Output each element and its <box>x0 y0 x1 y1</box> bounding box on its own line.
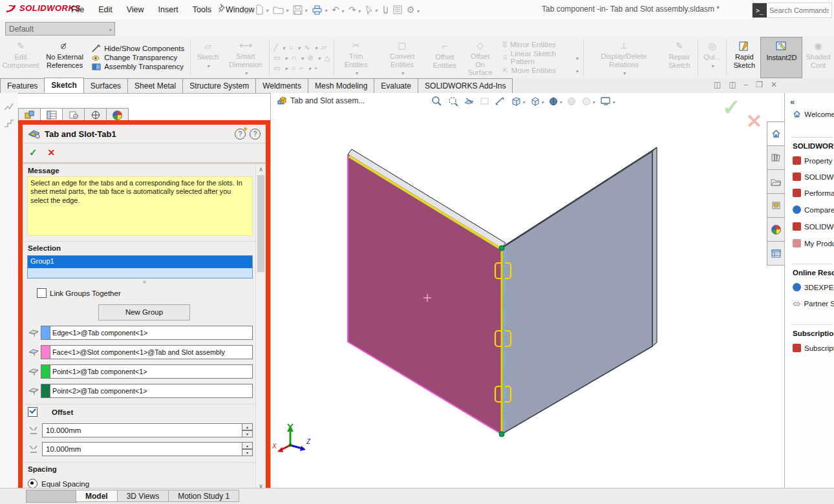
point-tool-icon[interactable]: ▪ <box>315 64 317 72</box>
text-tool-icon[interactable]: △ <box>325 54 330 62</box>
link-groups-checkbox[interactable] <box>37 288 47 298</box>
polygon-tool-icon[interactable]: ○ <box>292 64 296 72</box>
repair-sketch-button[interactable]: ✎ Repair Sketch <box>663 37 696 78</box>
menu-tools[interactable]: Tools <box>193 5 211 14</box>
tab-features[interactable]: Features <box>0 78 45 93</box>
dropdown-caret-icon[interactable] <box>304 5 307 14</box>
sketch-button[interactable]: ▱ Sketch <box>192 37 223 78</box>
solidworks-forum-item[interactable]: SOLIDWO <box>793 222 834 231</box>
options-list-icon[interactable] <box>393 5 402 14</box>
tab-weldments[interactable]: Weldments <box>255 78 308 93</box>
appearances-scenes-tab[interactable] <box>767 217 785 242</box>
instant2d-button[interactable]: Instant2D <box>760 37 802 78</box>
dropdown-caret-icon[interactable] <box>416 5 419 15</box>
menu-pin-icon[interactable] <box>219 4 226 13</box>
equal-spacing-radio[interactable] <box>28 479 37 488</box>
settings-gear-icon[interactable]: ⚙ <box>407 5 420 15</box>
tab-surfaces[interactable]: Surfaces <box>83 78 128 93</box>
offset-entities-button[interactable]: ⌐ Offset Entities <box>428 37 462 78</box>
menu-view[interactable]: View <box>127 5 144 14</box>
menu-edit[interactable]: Edit <box>98 5 112 14</box>
line-tool-icon[interactable]: ╱ <box>273 43 278 52</box>
subscription-item[interactable]: Subscript <box>793 344 834 352</box>
tab-sheet-metal[interactable]: Sheet Metal <box>127 78 183 93</box>
quick-snaps-button[interactable]: ◎ Qui... <box>700 37 725 78</box>
redo-button[interactable]: ↷ <box>348 5 361 15</box>
convert-entities-button[interactable]: ▢ Convert Entities <box>376 37 428 78</box>
edge-selection-field[interactable]: Edge<1>@Tab component<1> <box>50 326 253 340</box>
new-document-button[interactable] <box>255 5 268 15</box>
shaded-sketch-contours-button[interactable]: ◉ Shaded Cont <box>802 37 833 78</box>
dropdown-caret-icon[interactable] <box>341 5 344 15</box>
tab-solidworks-addins[interactable]: SOLIDWORKS Add-Ins <box>418 78 513 93</box>
plane-tool-icon[interactable]: ▱ <box>321 43 326 52</box>
property-manager-scrollbar[interactable]: ∧ ∨ <box>255 165 266 490</box>
trim-entities-button[interactable]: ✂ Trim Entities <box>336 37 376 78</box>
open-button[interactable] <box>273 5 288 14</box>
message-section-header[interactable]: Message ∧ <box>23 164 266 176</box>
compare-documents-item[interactable]: Compare <box>793 205 834 214</box>
linear-sketch-pattern-button[interactable]: ⠿Linear Sketch Pattern <box>502 50 578 65</box>
custom-properties-tab[interactable] <box>767 241 785 266</box>
performance-benchmark-item[interactable]: Performa <box>793 189 834 197</box>
solidworks-rx-item[interactable]: SOLIDWO <box>793 173 834 181</box>
step-tool-icon[interactable] <box>4 119 14 128</box>
search-commands-icon[interactable]: >_ <box>753 3 767 17</box>
dropdown-caret-icon[interactable] <box>324 5 327 14</box>
view-palette-tab[interactable] <box>767 193 785 218</box>
spline-tool-icon[interactable]: ∿ <box>305 43 310 52</box>
dropdown-caret-icon[interactable] <box>374 5 378 14</box>
file-explorer-tab[interactable] <box>767 169 785 194</box>
vertex-point-top[interactable] <box>499 246 504 251</box>
my-products-item[interactable]: My Produ <box>793 239 834 247</box>
slot-plate-side-thickness[interactable] <box>652 147 657 346</box>
new-group-button[interactable]: New Group <box>98 304 190 320</box>
change-transparency-button[interactable]: Change Transparency <box>92 54 185 61</box>
graphics-viewport[interactable]: Tab and Slot assem... ✓ ✕ <box>270 93 789 488</box>
group1-list-item[interactable]: Group1 <box>28 256 252 268</box>
offset-on-surface-button[interactable]: ◇ Offset On Surface <box>462 37 499 78</box>
restore-icon[interactable]: ❐ <box>756 80 763 89</box>
smart-dimension-button[interactable]: ⟷ Smart Dimension <box>224 37 268 78</box>
study-tabs-scroll-area[interactable] <box>26 490 78 503</box>
offset-distance1-spinner[interactable]: ▴▾ <box>242 423 253 437</box>
tab-structure-system[interactable]: Structure System <box>182 78 256 93</box>
offset-distance2-spinner[interactable]: ▴▾ <box>242 442 253 456</box>
design-library-tab[interactable] <box>767 145 785 170</box>
assembly-transparency-button[interactable]: Assembly Transparency <box>92 63 185 70</box>
select-button[interactable] <box>365 5 378 15</box>
home-icon[interactable]: ⌂ <box>244 5 250 16</box>
hide-show-components-button[interactable]: Hide/Show Components <box>92 45 185 52</box>
spacing-section-header[interactable]: Spacing ∧ <box>23 463 266 475</box>
fillet-tool-icon[interactable]: ⌐ <box>299 64 303 72</box>
mirror-entities-button[interactable]: ⫿⫿Mirror Entities <box>502 41 578 48</box>
dropdown-caret-icon[interactable] <box>265 5 268 14</box>
undo-button[interactable]: ↶ <box>332 5 344 15</box>
property-tab-builder-item[interactable]: Property <box>793 156 834 165</box>
welcome-item[interactable]: Welcome <box>793 110 834 118</box>
model-canvas[interactable]: X Y Z <box>271 93 789 488</box>
selection-section-header[interactable]: Selection ∧ <box>23 242 266 254</box>
tab-sketch[interactable]: Sketch <box>44 78 83 93</box>
empty-list-item[interactable] <box>28 268 252 278</box>
ok-button[interactable]: ✓ <box>29 147 37 158</box>
circle-tool-icon[interactable]: ○ <box>289 43 294 51</box>
slot-tool-icon[interactable]: ▭ <box>273 64 280 72</box>
offset-distance1-input[interactable]: 10.000mm <box>42 423 242 437</box>
sketch-tool-icon[interactable] <box>4 102 14 111</box>
offset-checkbox[interactable] <box>28 407 37 417</box>
3dexperience-item[interactable]: 3DEXPERI <box>793 283 834 291</box>
offset-distance2-input[interactable]: 10.000mm <box>42 442 242 456</box>
vertex-point-bottom[interactable] <box>499 432 504 437</box>
move-entities-button[interactable]: ⇱Move Entities <box>502 67 578 74</box>
arc-tool-icon[interactable]: ∩ <box>292 54 297 61</box>
edit-component-button[interactable]: ✎ Edit Component <box>0 37 41 78</box>
menu-insert[interactable]: Insert <box>158 5 178 14</box>
offset-section-header[interactable]: Offset ∧ <box>23 404 266 419</box>
model-tab[interactable]: Model <box>76 490 118 502</box>
help-icon[interactable]: ? <box>250 129 261 140</box>
tab-mesh-modeling[interactable]: Mesh Modeling <box>308 78 374 93</box>
close-icon[interactable]: ✕ <box>771 80 777 89</box>
listbox-resize-handle[interactable] <box>136 280 153 283</box>
task-pane-collapse-icon[interactable]: « <box>790 97 795 107</box>
